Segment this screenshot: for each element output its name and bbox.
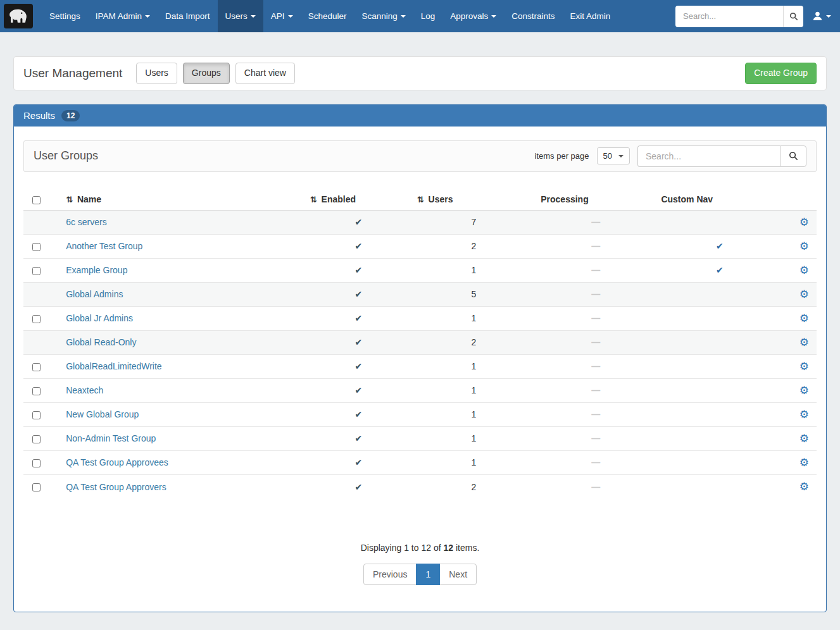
column-header-processing: Processing [536,188,656,211]
table-header-row: ⇅ Name ⇅ Enabled ⇅ Users Processing [23,188,817,211]
chevron-down-icon [491,15,496,18]
enabled-check-icon: ✔ [354,217,362,227]
processing-dash-icon: — [591,433,600,443]
navbar-search-input[interactable] [675,6,783,27]
search-icon [789,151,798,161]
nav-item-label: Users [225,11,248,21]
nav-item[interactable]: Settings [42,0,88,32]
nav-item-label: IPAM Admin [96,11,142,21]
users-count: 7 [412,210,536,234]
nav-item[interactable]: Exit Admin [563,0,618,32]
table-row: Another Test Group ✔ 2 — ✔ ⚙ [23,234,817,258]
navbar-search-button[interactable] [783,6,803,27]
group-name-link[interactable]: Non-Admin Test Group [66,433,156,443]
column-header-name[interactable]: ⇅ Name [61,188,305,211]
group-name-link[interactable]: Neaxtech [66,385,103,395]
column-label: Custom Nav [661,194,713,204]
pagination-previous[interactable]: Previous [363,564,417,585]
row-checkbox[interactable] [32,459,41,467]
row-checkbox[interactable] [32,387,41,395]
gear-icon[interactable]: ⚙ [799,240,809,252]
sort-icon: ⇅ [417,195,424,204]
pagination-page-1[interactable]: 1 [416,564,440,585]
nav-item[interactable]: API [263,0,301,32]
gear-icon[interactable]: ⚙ [799,312,809,324]
nav-item[interactable]: IPAM Admin [88,0,158,32]
processing-dash-icon: — [591,482,600,492]
pagination-next[interactable]: Next [439,564,477,585]
row-checkbox[interactable] [32,411,41,419]
column-header-custom-nav: Custom Nav [656,188,783,211]
group-name-link[interactable]: Example Group [66,265,127,275]
table-row: Example Group ✔ 1 — ✔ ⚙ [23,258,817,282]
gear-icon[interactable]: ⚙ [799,288,809,300]
view-tab-button[interactable]: Users [136,63,177,84]
group-name-link[interactable]: Global Jr Admins [66,313,133,323]
row-checkbox[interactable] [32,363,41,371]
results-panel-header: Results 12 [14,105,826,127]
gear-icon[interactable]: ⚙ [799,264,809,276]
items-per-page-select[interactable]: 50 [597,147,630,164]
enabled-check-icon: ✔ [354,457,362,467]
column-header-enabled[interactable]: ⇅ Enabled [305,188,412,211]
group-name-link[interactable]: QA Test Group Approvers [66,482,166,492]
nav-item[interactable]: Log [413,0,443,32]
results-summary: Displaying 1 to 12 of 12 items. [23,543,817,553]
gear-icon[interactable]: ⚙ [799,433,809,445]
nav-item-label: Exit Admin [570,11,611,21]
view-tab-button[interactable]: Chart view [235,63,295,84]
users-count: 1 [412,450,536,474]
results-title: Results [23,110,55,121]
processing-dash-icon: — [591,217,600,227]
group-name-link[interactable]: 6c servers [66,217,107,227]
nav-item[interactable]: Scanning [354,0,413,32]
table-search [637,145,806,167]
enabled-check-icon: ✔ [354,361,362,371]
column-header-users[interactable]: ⇅ Users [412,188,536,211]
gear-icon[interactable]: ⚙ [799,216,809,228]
gear-icon[interactable]: ⚙ [799,337,809,349]
chevron-down-icon [826,15,831,18]
results-count-badge: 12 [61,110,80,121]
group-name-link[interactable]: QA Test Group Approvees [66,457,168,467]
gear-icon[interactable]: ⚙ [799,385,809,397]
group-name-link[interactable]: Another Test Group [66,241,142,251]
gear-icon[interactable]: ⚙ [799,409,809,421]
row-checkbox[interactable] [32,483,41,491]
navbar-search [675,6,803,27]
nav-item[interactable]: Constraints [504,0,562,32]
view-tab-button[interactable]: Groups [183,63,230,84]
nav-item[interactable]: Data Import [158,0,218,32]
group-name-link[interactable]: Global Read-Only [66,337,136,347]
group-name-link[interactable]: New Global Group [66,409,139,419]
select-all-checkbox[interactable] [32,196,41,204]
row-checkbox[interactable] [32,243,41,251]
group-name-link[interactable]: GlobalReadLimitedWrite [66,361,161,371]
nav-item[interactable]: Approvals [442,0,504,32]
table-search-input[interactable] [637,145,780,167]
table-search-button[interactable] [780,145,806,167]
nav-item[interactable]: Users [218,0,263,32]
table-row: Non-Admin Test Group ✔ 1 — ⚙ [23,426,817,450]
search-icon [789,12,798,21]
sort-icon: ⇅ [310,195,317,204]
table-title: User Groups [34,149,98,163]
chevron-down-icon [401,15,406,18]
table-row: Global Jr Admins ✔ 1 — ⚙ [23,306,817,330]
row-checkbox[interactable] [32,315,41,323]
results-panel: Results 12 User Groups items per page 50 [13,104,827,613]
gear-icon[interactable]: ⚙ [799,481,809,493]
nav-item[interactable]: Scheduler [301,0,354,32]
sort-icon: ⇅ [66,195,73,204]
group-name-link[interactable]: Global Admins [66,289,123,299]
row-checkbox[interactable] [32,267,41,275]
user-menu[interactable] [812,11,831,22]
create-group-button[interactable]: Create Group [745,63,817,84]
row-checkbox[interactable] [32,435,41,443]
gear-icon[interactable]: ⚙ [799,361,809,373]
app-logo[interactable] [4,4,33,28]
gear-icon[interactable]: ⚙ [799,457,809,469]
table-row: GlobalReadLimitedWrite ✔ 1 — ⚙ [23,354,817,378]
processing-dash-icon: — [591,313,600,323]
view-tabs: Users Groups Chart view [136,63,295,84]
